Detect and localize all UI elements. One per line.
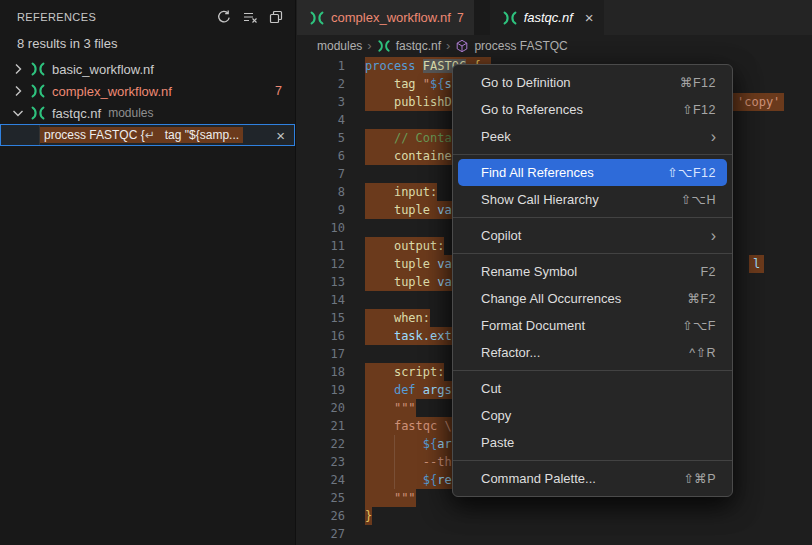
chevron-down-icon[interactable]: [10, 105, 26, 121]
line-number: 11: [297, 237, 345, 255]
file-name: basic_workflow.nf: [52, 62, 154, 77]
menu-item-label: Go to References: [481, 102, 682, 117]
tree-item-fastqc-nf[interactable]: fastqc.nfmodules: [0, 102, 295, 124]
code-line[interactable]: }: [361, 507, 812, 525]
chevron-right-icon[interactable]: [10, 61, 26, 77]
dismiss-reference-icon[interactable]: ×: [276, 126, 285, 145]
line-number: 12: [297, 255, 345, 273]
code-token: [365, 239, 394, 253]
code-line[interactable]: [361, 525, 812, 543]
code-token: output:: [394, 239, 445, 253]
line-number: 2: [297, 75, 345, 93]
menu-separator: [453, 154, 732, 155]
code-token: [365, 203, 394, 217]
code-token: [365, 383, 394, 397]
line-number: 17: [297, 345, 345, 363]
code-token: l: [753, 257, 760, 271]
code-token: va: [437, 257, 451, 271]
submenu-arrow-icon: ›: [711, 130, 716, 144]
match-highlight: }: [365, 507, 372, 525]
menu-item-shortcut: ⇧F12: [682, 102, 716, 117]
code-token: """: [394, 401, 416, 415]
return-glyph: ↵: [145, 128, 155, 142]
menu-item-go-to-references[interactable]: Go to References⇧F12: [458, 96, 727, 123]
tab-problems-badge: 7: [457, 11, 464, 25]
clear-all-icon[interactable]: [239, 6, 261, 28]
tab-fastqc[interactable]: fastqc.nf ×: [490, 0, 604, 35]
menu-item-label: Cut: [481, 381, 716, 396]
code-token: [416, 59, 423, 73]
menu-separator: [453, 253, 732, 254]
code-token: tuple: [394, 275, 437, 289]
match-highlight: """: [365, 399, 416, 417]
menu-item-label: Find All References: [481, 165, 667, 180]
menu-item-format-document[interactable]: Format Document⇧⌥F: [458, 312, 727, 339]
line-number: 19: [297, 381, 345, 399]
menu-item-change-all-occurrences[interactable]: Change All Occurrences⌘F2: [458, 285, 727, 312]
line-number: 24: [297, 471, 345, 489]
submenu-arrow-icon: ›: [711, 229, 716, 243]
breadcrumb: modules › fastqc.nf › process FASTQC: [297, 35, 812, 56]
chevron-right-icon[interactable]: [10, 83, 26, 99]
tree-item-complex-workflow-nf[interactable]: complex_workflow.nf7: [0, 80, 295, 102]
collapse-all-icon[interactable]: [265, 6, 287, 28]
breadcrumb-item-modules[interactable]: modules: [317, 39, 362, 53]
reference-match-text: process FASTQC {↵ tag "${samp...: [40, 127, 243, 143]
code-token: 'copy': [737, 95, 780, 109]
tab-complex-workflow[interactable]: complex_workflow.nf 7: [297, 0, 474, 35]
menu-item-label: Command Palette...: [481, 471, 683, 486]
breadcrumb-item-symbol[interactable]: process FASTQC: [474, 39, 567, 53]
code-token: [365, 149, 394, 163]
code-token: input:: [394, 185, 437, 199]
menu-item-copilot[interactable]: Copilot›: [458, 222, 727, 249]
menu-item-copy[interactable]: Copy: [458, 402, 727, 429]
code-token: when:: [394, 311, 430, 325]
menu-item-shortcut: ⇧⌘P: [683, 471, 716, 486]
code-token: [365, 185, 394, 199]
menu-item-command-palette[interactable]: Command Palette...⇧⌘P: [458, 465, 727, 492]
code-token: }: [365, 509, 372, 523]
menu-item-cut[interactable]: Cut: [458, 375, 727, 402]
menu-item-label: Change All Occurrences: [481, 291, 687, 306]
code-token: def: [394, 383, 423, 397]
menu-item-rename-symbol[interactable]: Rename SymbolF2: [458, 258, 727, 285]
line-number: 8: [297, 183, 345, 201]
menu-item-refactor[interactable]: Refactor...^⇧R: [458, 339, 727, 366]
code-token: tuple: [394, 203, 437, 217]
nextflow-icon: [30, 83, 46, 99]
menu-item-shortcut: ⇧⌥F: [682, 318, 716, 333]
menu-item-find-all-references[interactable]: Find All References⇧⌥F12: [458, 159, 727, 186]
indent-guide: [394, 453, 395, 471]
code-token: [365, 77, 394, 91]
reference-result-item[interactable]: process FASTQC {↵ tag "${samp... ×: [0, 124, 295, 146]
refresh-icon[interactable]: [213, 6, 235, 28]
menu-item-go-to-definition[interactable]: Go to Definition⌘F12: [458, 69, 727, 96]
menu-item-peek[interactable]: Peek›: [458, 123, 727, 150]
file-name: fastqc.nf: [52, 106, 101, 121]
menu-item-label: Show Call Hierarchy: [481, 192, 681, 207]
code-token: ${: [423, 473, 437, 487]
nextflow-icon: [30, 105, 46, 121]
close-tab-icon[interactable]: ×: [585, 9, 594, 26]
breadcrumb-separator: ›: [367, 38, 371, 53]
code-token: task.ext: [394, 329, 452, 343]
line-number: 4: [297, 111, 345, 129]
code-fragment: l: [749, 255, 764, 273]
menu-item-label: Copy: [481, 408, 716, 423]
code-token: script:: [394, 365, 445, 379]
menu-item-show-call-hierarchy[interactable]: Show Call Hierarchy⇧⌥H: [458, 186, 727, 213]
menu-item-shortcut: ⇧⌥F12: [667, 165, 716, 180]
match-highlight: when:: [365, 309, 430, 327]
tab-bar: complex_workflow.nf 7 fastqc.nf ×: [297, 0, 812, 35]
nextflow-icon: [30, 61, 46, 77]
code-token: s: [445, 77, 452, 91]
line-number: 13: [297, 273, 345, 291]
line-number: 27: [297, 525, 345, 543]
tree-item-basic-workflow-nf[interactable]: basic_workflow.nf: [0, 58, 295, 80]
breadcrumb-item-file[interactable]: fastqc.nf: [396, 39, 441, 53]
menu-item-paste[interactable]: Paste: [458, 429, 727, 456]
panel-toolbar: [213, 6, 287, 28]
code-fragment: 'copy': [733, 93, 784, 111]
line-number: 18: [297, 363, 345, 381]
code-token: ${: [430, 77, 444, 91]
